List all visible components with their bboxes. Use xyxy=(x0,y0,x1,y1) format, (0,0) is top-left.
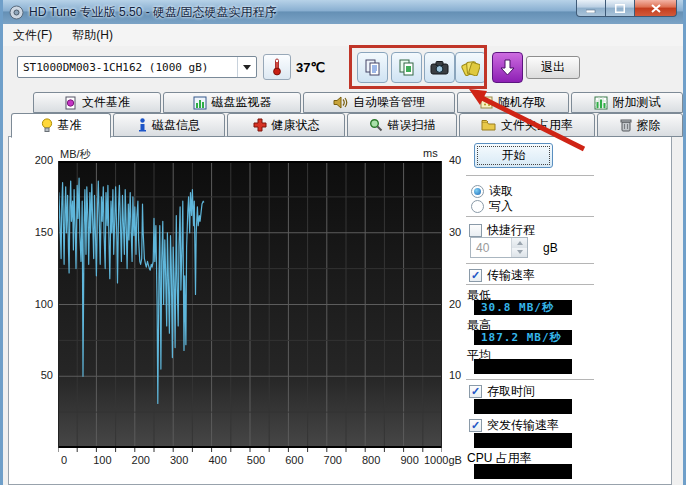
chart-grid-icon xyxy=(594,96,608,110)
y-axis-unit-right: ms xyxy=(423,147,438,159)
title-bar[interactable]: HD Tune 专业版 5.50 - 硬盘/固态硬盘实用程序 xyxy=(3,0,683,24)
maximize-button[interactable] xyxy=(606,0,635,17)
separator xyxy=(466,216,594,220)
min-value-display: 30.8 MB/秒 xyxy=(474,300,572,315)
tab-file-benchmark[interactable]: 文件基准 xyxy=(33,92,161,113)
exit-button[interactable]: 退出 xyxy=(526,56,580,79)
access-time-label: 存取时间 xyxy=(487,383,535,400)
burst-rate-checkbox[interactable]: ✓ 突发传输速率 xyxy=(469,417,559,434)
radio-off-icon xyxy=(471,200,484,213)
tab-label: 擦除 xyxy=(637,117,661,134)
tab-label: 文件夹占用率 xyxy=(501,117,573,134)
menu-file[interactable]: 文件(F) xyxy=(3,24,62,47)
chevron-down-icon xyxy=(237,57,256,77)
stepper-up-icon[interactable] xyxy=(512,238,527,248)
gauge-icon xyxy=(41,118,53,133)
burst-rate-label: 突发传输速率 xyxy=(487,417,559,434)
tab-extra-tests[interactable]: 附加测试 xyxy=(571,92,683,113)
drive-select-value: ST1000DM003-1CH162 (1000 gB) xyxy=(18,61,237,74)
tab-label: 自动噪音管理 xyxy=(353,94,425,111)
info-icon xyxy=(138,118,147,132)
access-time-display xyxy=(474,399,572,414)
axis-tick-label: 10 xyxy=(449,369,461,381)
update-button[interactable] xyxy=(492,52,523,83)
stepper-value: 40 xyxy=(471,238,511,257)
dice-icon xyxy=(480,96,493,109)
speaker-icon xyxy=(333,96,348,109)
tab-folder-usage[interactable]: 文件夹占用率 xyxy=(459,113,595,137)
folder-icon xyxy=(481,119,496,131)
axis-tick-label: 150 xyxy=(21,226,53,238)
bar-chart-icon xyxy=(193,96,207,110)
tab-erase[interactable]: 擦除 xyxy=(597,113,683,137)
thermometer-icon xyxy=(272,58,282,76)
tab-disk-info[interactable]: 磁盘信息 xyxy=(113,113,225,137)
y-axis-unit-left: MB/秒 xyxy=(60,147,91,162)
drive-select[interactable]: ST1000DM003-1CH162 (1000 gB) xyxy=(17,56,257,78)
tab-noise-management[interactable]: 自动噪音管理 xyxy=(303,92,455,113)
tab-label: 错误扫描 xyxy=(388,117,436,134)
radio-on-icon xyxy=(471,185,484,198)
menu-help[interactable]: 帮助(H) xyxy=(62,24,123,47)
tab-random-access[interactable]: 随机存取 xyxy=(457,92,569,113)
tab-label: 磁盘信息 xyxy=(152,117,200,134)
axis-tick-label: 20 xyxy=(449,298,461,310)
file-benchmark-icon xyxy=(64,96,77,110)
axis-tick-label: 50 xyxy=(21,369,53,381)
separator xyxy=(466,175,594,179)
benchmark-chart xyxy=(58,161,442,458)
checkbox-checked-icon: ✓ xyxy=(469,419,482,432)
menu-bar: 文件(F) 帮助(H) xyxy=(3,24,683,47)
access-time-checkbox[interactable]: ✓ 存取时间 xyxy=(469,383,535,400)
cpu-usage-display xyxy=(474,464,572,479)
minimize-button[interactable] xyxy=(576,0,606,17)
tab-benchmark[interactable]: 基准 xyxy=(11,113,111,138)
checkbox-checked-icon: ✓ xyxy=(469,385,482,398)
tab-label: 文件基准 xyxy=(82,94,130,111)
tab-label: 随机存取 xyxy=(498,94,546,111)
max-value-display: 187.2 MB/秒 xyxy=(474,330,572,345)
tab-label: 附加测试 xyxy=(613,94,661,111)
tab-row-primary: 基准 磁盘信息 健康状态 错误扫描 文件夹占用率 擦除 xyxy=(11,113,683,137)
tab-label: 基准 xyxy=(58,117,82,134)
avg-value-display xyxy=(474,359,572,374)
checkbox-checked-icon: ✓ xyxy=(469,269,482,282)
temperature-button[interactable] xyxy=(263,54,291,80)
checkbox-icon xyxy=(469,224,482,237)
close-button[interactable] xyxy=(635,0,677,17)
burst-rate-display xyxy=(474,433,572,448)
tab-health[interactable]: 健康状态 xyxy=(227,113,345,137)
temperature-value: 37℃ xyxy=(296,60,325,75)
download-arrow-icon xyxy=(500,59,515,76)
write-radio-label: 写入 xyxy=(489,198,513,215)
tab-error-scan[interactable]: 错误扫描 xyxy=(347,113,457,137)
app-icon xyxy=(9,5,24,20)
tab-disk-monitor[interactable]: 磁盘监视器 xyxy=(163,92,301,113)
magnifier-icon xyxy=(369,118,383,132)
benchmark-page: MB/秒 ms 20015010050 40302010 01002003004… xyxy=(8,136,672,485)
start-button[interactable]: 开始 xyxy=(474,143,553,168)
stepper-unit: gB xyxy=(543,241,558,255)
tab-row-secondary: 文件基准 磁盘监视器 自动噪音管理 随机存取 附加测试 xyxy=(33,92,683,113)
tab-label: 健康状态 xyxy=(272,117,320,134)
write-radio[interactable]: 写入 xyxy=(471,198,513,215)
highlight-box xyxy=(349,45,487,89)
short-stroke-stepper[interactable]: 40 xyxy=(470,237,528,258)
transfer-rate-label: 传输速率 xyxy=(487,267,535,284)
trash-icon xyxy=(620,118,632,132)
stepper-down-icon[interactable] xyxy=(512,248,527,258)
transfer-rate-checkbox[interactable]: ✓ 传输速率 xyxy=(469,267,535,284)
axis-tick-label: 100 xyxy=(21,298,53,310)
red-cross-icon xyxy=(253,118,267,132)
tab-label: 磁盘监视器 xyxy=(212,94,272,111)
axis-tick-label: 40 xyxy=(449,154,461,166)
axis-tick-label: 200 xyxy=(21,154,53,166)
toolbar: ST1000DM003-1CH162 (1000 gB) 37℃ xyxy=(3,46,683,92)
app-window: HD Tune 专业版 5.50 - 硬盘/固态硬盘实用程序 文件(F) 帮助(… xyxy=(0,0,686,485)
axis-tick-label: 1000gB xyxy=(424,454,472,466)
window-title: HD Tune 专业版 5.50 - 硬盘/固态硬盘实用程序 xyxy=(29,4,276,21)
axis-tick-label: 30 xyxy=(449,226,461,238)
